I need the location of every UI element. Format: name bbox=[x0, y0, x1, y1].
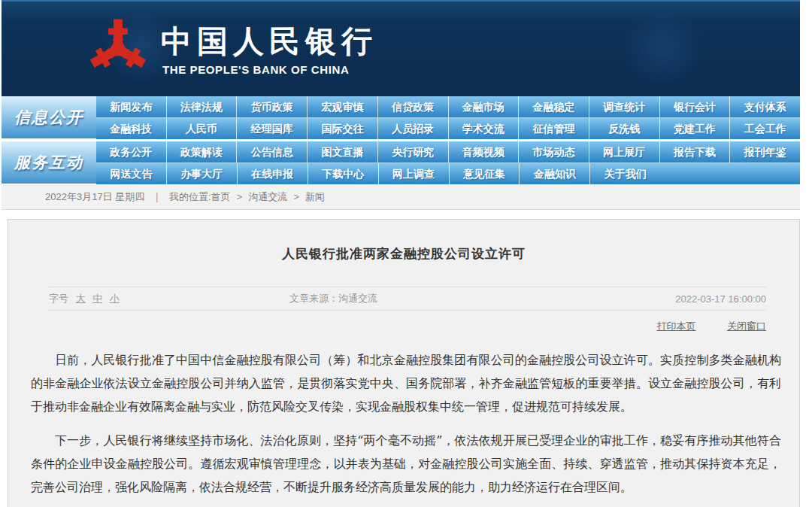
nav-row: 新闻发布 法律法规 货币政策 宏观审慎 信贷政策 金融市场 金融稳定 调查统计 … bbox=[96, 96, 800, 118]
pbc-logo-icon bbox=[86, 17, 150, 81]
nav-item[interactable]: 经理国库 bbox=[237, 118, 308, 139]
article-paragraph: 下一步，人民银行将继续坚持市场化、法治化原则，坚持“两个毫不动摇”，依法依规开展… bbox=[31, 429, 781, 499]
nav-section-info-disclosure: 信息公开 新闻发布 法律法规 货币政策 宏观审慎 信贷政策 金融市场 金融稳定 … bbox=[2, 96, 800, 139]
nav-rows: 新闻发布 法律法规 货币政策 宏观审慎 信贷政策 金融市场 金融稳定 调查统计 … bbox=[96, 96, 800, 139]
bank-title-cn: 中国人民银行 bbox=[161, 21, 377, 62]
nav-item[interactable]: 反洗钱 bbox=[589, 118, 660, 139]
bank-title-en: THE PEOPLE'S BANK OF CHINA bbox=[162, 63, 349, 76]
breadcrumb-arrow: > bbox=[237, 191, 243, 202]
nav-item[interactable]: 银行会计 bbox=[660, 96, 731, 117]
nav-row: 金融科技 人民币 经理国库 国际交往 人员招录 学术交流 征信管理 反洗钱 党建… bbox=[96, 118, 800, 139]
nav-item[interactable]: 调查统计 bbox=[589, 96, 660, 117]
font-size-medium-button[interactable]: 中 bbox=[92, 293, 102, 304]
article-paragraph: 日前，人民银行批准了中国中信金融控股有限公司（筹）和北京金融控股集团有限公司的金… bbox=[31, 348, 781, 418]
nav-item[interactable]: 征信管理 bbox=[519, 118, 589, 139]
font-size-label: 字号 bbox=[49, 293, 68, 304]
article-actions: 打印本页 关闭窗口 bbox=[49, 320, 766, 333]
nav-item[interactable]: 关于我们 bbox=[590, 163, 660, 184]
nav-item[interactable]: 党建工作 bbox=[660, 118, 731, 139]
nav-item[interactable]: 工会工作 bbox=[730, 118, 800, 139]
nav-row: 网送文告 办事大厅 在线申报 下载中心 网上调查 意见征集 金融知识 关于我们 bbox=[96, 163, 800, 184]
nav-item[interactable]: 金融科技 bbox=[96, 118, 167, 139]
current-date: 2022年3月17日 星期四 bbox=[45, 191, 144, 202]
location-label: 我的位置: bbox=[169, 191, 211, 202]
source-label: 文章来源： bbox=[289, 293, 338, 304]
nav-item[interactable]: 政务公开 bbox=[96, 141, 167, 162]
nav-item[interactable]: 支付体系 bbox=[730, 96, 800, 117]
nav-item[interactable]: 金融市场 bbox=[449, 96, 520, 117]
nav-item[interactable]: 新闻发布 bbox=[96, 96, 167, 117]
nav-item[interactable]: 金融知识 bbox=[520, 163, 590, 184]
nav-section-service-interaction: 服务互动 政务公开 政策解读 公告信息 图文直播 央行研究 音频视频 市场动态 … bbox=[2, 141, 800, 184]
font-size-large-button[interactable]: 大 bbox=[76, 293, 86, 304]
source-value: 沟通交流 bbox=[338, 293, 377, 304]
breadcrumb-arrow: > bbox=[293, 191, 299, 202]
nav-item[interactable]: 宏观审慎 bbox=[308, 96, 378, 117]
nav-item[interactable]: 网上调查 bbox=[379, 163, 450, 184]
breadcrumb-pipe: ｜ bbox=[152, 191, 162, 202]
article-panel: 人民银行批准两家金融控股公司设立许可 字号 大 中 小 文章来源：沟通交流 20… bbox=[8, 219, 800, 507]
article-meta-row: 字号 大 中 小 文章来源：沟通交流 2022-03-17 16:00:00 bbox=[49, 287, 766, 311]
nav-item[interactable]: 办事大厅 bbox=[167, 163, 238, 184]
article-title: 人民银行批准两家金融控股公司设立许可 bbox=[8, 245, 799, 263]
nav-item[interactable]: 下载中心 bbox=[308, 163, 379, 184]
breadcrumb-section-link[interactable]: 沟通交流 bbox=[248, 191, 287, 202]
nav-item[interactable]: 人员招录 bbox=[378, 118, 449, 139]
nav-item[interactable]: 信贷政策 bbox=[378, 96, 449, 117]
pbc-homepage: 中国人民银行 THE PEOPLE'S BANK OF CHINA 信息公开 新… bbox=[2, 0, 800, 507]
nav-label-service-interaction[interactable]: 服务互动 bbox=[2, 141, 96, 184]
nav-item[interactable]: 学术交流 bbox=[449, 118, 520, 139]
print-page-button[interactable]: 打印本页 bbox=[656, 320, 695, 332]
site-banner: 中国人民银行 THE PEOPLE'S BANK OF CHINA bbox=[2, 0, 800, 96]
nav-item[interactable]: 报刊年鉴 bbox=[730, 141, 800, 162]
article-source: 文章来源：沟通交流 bbox=[289, 292, 675, 305]
nav-item[interactable]: 音频视频 bbox=[449, 141, 520, 162]
nav-rows: 政务公开 政策解读 公告信息 图文直播 央行研究 音频视频 市场动态 网上展厅 … bbox=[96, 141, 800, 184]
article-body: 日前，人民银行批准了中国中信金融控股有限公司（筹）和北京金融控股集团有限公司的金… bbox=[31, 348, 781, 507]
nav-item[interactable]: 国际交往 bbox=[308, 118, 378, 139]
nav-item[interactable]: 金融稳定 bbox=[519, 96, 589, 117]
breadcrumb-home-link[interactable]: 首页 bbox=[211, 191, 231, 202]
article-datetime: 2022-03-17 16:00:00 bbox=[675, 293, 766, 305]
nav-item[interactable]: 政策解读 bbox=[167, 141, 238, 162]
nav-item[interactable]: 货币政策 bbox=[237, 96, 308, 117]
nav-item[interactable]: 网上展厅 bbox=[589, 141, 660, 162]
breadcrumb: 2022年3月17日 星期四｜我的位置:首页>沟通交流>新闻 bbox=[2, 184, 800, 210]
nav-item[interactable]: 人民币 bbox=[167, 118, 238, 139]
nav-item[interactable]: 央行研究 bbox=[378, 141, 449, 162]
nav-item[interactable]: 图文直播 bbox=[308, 141, 378, 162]
nav-item[interactable]: 法律法规 bbox=[167, 96, 238, 117]
close-window-button[interactable]: 关闭窗口 bbox=[727, 320, 766, 332]
nav-label-info-disclosure[interactable]: 信息公开 bbox=[2, 96, 96, 138]
nav-item[interactable]: 公告信息 bbox=[237, 141, 308, 162]
font-size-controls: 字号 大 中 小 bbox=[49, 292, 289, 305]
nav-item[interactable]: 报告下载 bbox=[660, 141, 731, 162]
breadcrumb-page-link[interactable]: 新闻 bbox=[305, 191, 325, 202]
nav-item[interactable]: 意见征集 bbox=[450, 163, 520, 184]
nav-row: 政务公开 政策解读 公告信息 图文直播 央行研究 音频视频 市场动态 网上展厅 … bbox=[96, 141, 800, 163]
font-size-small-button[interactable]: 小 bbox=[110, 293, 120, 304]
nav-item[interactable]: 网送文告 bbox=[96, 163, 167, 184]
nav-item[interactable]: 市场动态 bbox=[519, 141, 589, 162]
nav-empty-cell bbox=[660, 163, 800, 184]
nav-item[interactable]: 在线申报 bbox=[238, 163, 308, 184]
